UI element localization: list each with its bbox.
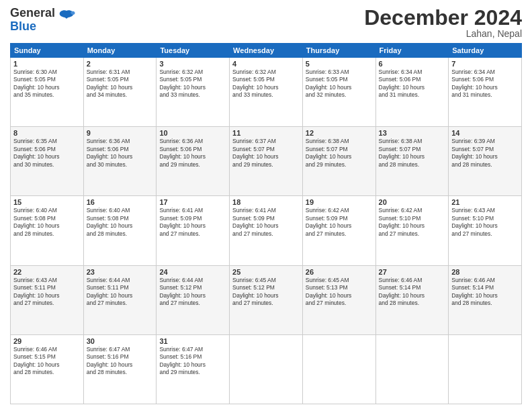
day-cell: 4Sunrise: 6:32 AMSunset: 5:05 PMDaylight…: [230, 58, 303, 127]
day-info-text: Sunset: 5:15 PM: [13, 353, 81, 361]
day-info-text: Daylight: 10 hours: [306, 292, 373, 300]
day-number: 13: [379, 129, 446, 137]
day-number: 3: [159, 60, 226, 68]
day-cell: 29Sunrise: 6:46 AMSunset: 5:15 PMDayligh…: [11, 334, 84, 404]
day-number: 22: [13, 268, 81, 276]
day-info-text: Sunset: 5:05 PM: [306, 76, 373, 83]
day-info-text: Sunset: 5:06 PM: [379, 76, 446, 83]
day-info-text: Sunrise: 6:45 AM: [306, 277, 373, 284]
day-info-text: Sunset: 5:08 PM: [87, 215, 154, 222]
header-monday: Monday: [83, 44, 157, 58]
day-info-text: Sunrise: 6:37 AM: [232, 138, 300, 145]
day-info-text: and 28 minutes.: [451, 161, 519, 169]
day-info-text: and 27 minutes.: [232, 300, 300, 307]
day-cell: 13Sunrise: 6:38 AMSunset: 5:07 PMDayligh…: [375, 127, 449, 196]
day-info-text: Sunrise: 6:41 AM: [159, 207, 226, 214]
day-info-text: Daylight: 10 hours: [87, 361, 154, 369]
day-cell: 26Sunrise: 6:45 AMSunset: 5:13 PMDayligh…: [302, 265, 375, 334]
day-info-text: Daylight: 10 hours: [87, 292, 154, 300]
title-block: December 2024 Lahan, Nepal: [364, 7, 522, 39]
day-info-text: and 27 minutes.: [306, 300, 373, 307]
day-cell: 11Sunrise: 6:37 AMSunset: 5:07 PMDayligh…: [230, 127, 303, 196]
day-info-text: and 28 minutes.: [87, 230, 154, 238]
day-cell: 23Sunrise: 6:44 AMSunset: 5:11 PMDayligh…: [83, 265, 157, 334]
day-info-text: Sunset: 5:06 PM: [451, 76, 519, 83]
day-number: 24: [159, 268, 226, 276]
day-info-text: Sunset: 5:11 PM: [13, 284, 81, 291]
calendar-page: General Blue December 2024 Lahan, Nepal …: [0, 0, 532, 411]
day-info-text: Sunrise: 6:46 AM: [379, 277, 446, 284]
day-info-text: and 27 minutes.: [306, 230, 373, 238]
header-wednesday: Wednesday: [230, 44, 303, 58]
day-cell: 16Sunrise: 6:40 AMSunset: 5:08 PMDayligh…: [83, 196, 157, 265]
day-cell: 14Sunrise: 6:39 AMSunset: 5:07 PMDayligh…: [449, 127, 522, 196]
day-cell: 25Sunrise: 6:45 AMSunset: 5:12 PMDayligh…: [230, 265, 303, 334]
day-cell: 10Sunrise: 6:36 AMSunset: 5:06 PMDayligh…: [157, 127, 230, 196]
day-info-text: Sunrise: 6:47 AM: [159, 346, 226, 353]
day-cell: 31Sunrise: 6:47 AMSunset: 5:16 PMDayligh…: [157, 334, 230, 404]
day-info-text: Daylight: 10 hours: [87, 153, 154, 161]
day-info-text: Sunset: 5:06 PM: [13, 146, 81, 153]
day-cell: 7Sunrise: 6:34 AMSunset: 5:06 PMDaylight…: [449, 58, 522, 127]
day-info-text: Sunrise: 6:34 AM: [451, 68, 519, 76]
day-cell: 18Sunrise: 6:41 AMSunset: 5:09 PMDayligh…: [230, 196, 303, 265]
day-info-text: Sunrise: 6:31 AM: [87, 68, 154, 76]
location: Lahan, Nepal: [364, 28, 522, 39]
day-info-text: and 30 minutes.: [13, 161, 81, 169]
day-number: 9: [87, 129, 154, 137]
day-info-text: and 31 minutes.: [379, 91, 446, 99]
day-info-text: Sunset: 5:10 PM: [451, 215, 519, 222]
logo: General Blue: [10, 7, 76, 34]
day-cell: 20Sunrise: 6:42 AMSunset: 5:10 PMDayligh…: [375, 196, 449, 265]
day-info-text: Daylight: 10 hours: [13, 222, 81, 230]
day-info-text: Sunset: 5:07 PM: [451, 146, 519, 153]
day-cell: [230, 334, 303, 404]
day-number: 28: [451, 268, 519, 276]
day-info-text: and 32 minutes.: [306, 91, 373, 99]
week-row-1: 1Sunrise: 6:30 AMSunset: 5:05 PMDaylight…: [11, 58, 522, 127]
day-info-text: Sunset: 5:14 PM: [379, 284, 446, 291]
calendar-table: Sunday Monday Tuesday Wednesday Thursday…: [10, 43, 522, 404]
day-number: 5: [306, 60, 373, 68]
day-cell: 22Sunrise: 6:43 AMSunset: 5:11 PMDayligh…: [11, 265, 84, 334]
day-info-text: Daylight: 10 hours: [451, 84, 519, 91]
day-info-text: Sunrise: 6:43 AM: [451, 207, 519, 214]
day-info-text: Daylight: 10 hours: [306, 222, 373, 230]
day-info-text: Sunrise: 6:34 AM: [379, 68, 446, 76]
day-number: 20: [379, 198, 446, 206]
day-info-text: and 27 minutes.: [159, 300, 226, 307]
day-number: 18: [232, 198, 300, 206]
day-info-text: Sunset: 5:09 PM: [159, 215, 226, 222]
day-info-text: Sunset: 5:10 PM: [379, 215, 446, 222]
header-sunday: Sunday: [11, 44, 84, 58]
week-row-5: 29Sunrise: 6:46 AMSunset: 5:15 PMDayligh…: [11, 334, 522, 404]
day-info-text: and 35 minutes.: [13, 91, 81, 99]
day-number: 8: [13, 129, 81, 137]
header: General Blue December 2024 Lahan, Nepal: [10, 7, 522, 39]
day-cell: 15Sunrise: 6:40 AMSunset: 5:08 PMDayligh…: [11, 196, 84, 265]
header-friday: Friday: [375, 44, 449, 58]
day-info-text: Sunset: 5:14 PM: [451, 284, 519, 291]
day-info-text: Daylight: 10 hours: [13, 361, 81, 369]
day-cell: 19Sunrise: 6:42 AMSunset: 5:09 PMDayligh…: [302, 196, 375, 265]
day-info-text: Sunset: 5:08 PM: [13, 215, 81, 222]
day-info-text: and 27 minutes.: [379, 230, 446, 238]
day-info-text: and 28 minutes.: [13, 369, 81, 376]
day-number: 29: [13, 337, 81, 345]
day-info-text: Sunset: 5:09 PM: [306, 215, 373, 222]
day-cell: 12Sunrise: 6:38 AMSunset: 5:07 PMDayligh…: [302, 127, 375, 196]
day-info-text: Sunrise: 6:30 AM: [13, 68, 81, 76]
day-info-text: and 27 minutes.: [232, 230, 300, 238]
days-header-row: Sunday Monday Tuesday Wednesday Thursday…: [11, 44, 522, 58]
day-info-text: Sunrise: 6:39 AM: [451, 138, 519, 145]
day-number: 30: [87, 337, 154, 345]
day-info-text: Sunrise: 6:40 AM: [13, 207, 81, 214]
day-info-text: Sunrise: 6:46 AM: [451, 277, 519, 284]
day-number: 6: [379, 60, 446, 68]
day-info-text: Sunset: 5:09 PM: [232, 215, 300, 222]
day-info-text: and 29 minutes.: [159, 369, 226, 376]
day-cell: 6Sunrise: 6:34 AMSunset: 5:06 PMDaylight…: [375, 58, 449, 127]
day-info-text: Daylight: 10 hours: [451, 222, 519, 230]
day-cell: 3Sunrise: 6:32 AMSunset: 5:05 PMDaylight…: [157, 58, 230, 127]
day-cell: 1Sunrise: 6:30 AMSunset: 5:05 PMDaylight…: [11, 58, 84, 127]
